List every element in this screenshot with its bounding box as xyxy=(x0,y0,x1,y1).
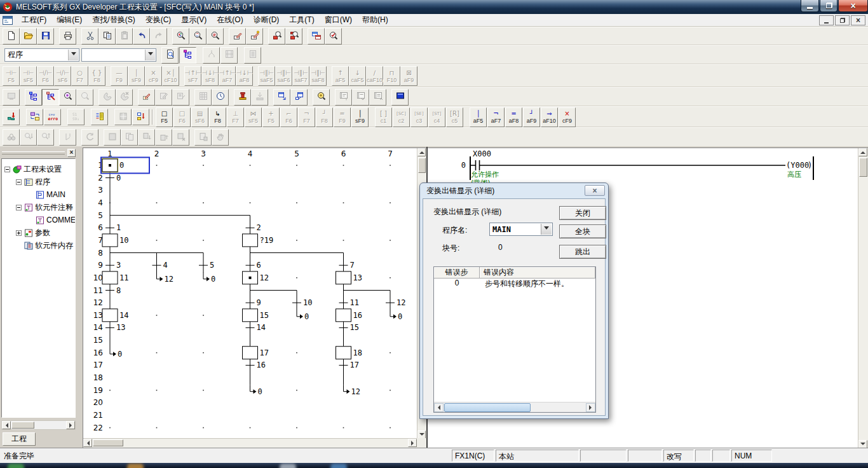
error-step-header[interactable]: 错误步 xyxy=(434,267,480,279)
horizontal-line-button[interactable]: —F9 xyxy=(111,66,128,86)
delete-hline-button[interactable]: ×cF9 xyxy=(145,66,162,86)
register-button[interactable] xyxy=(194,129,212,146)
dialog-close-button[interactable]: × xyxy=(585,185,605,196)
mdi-close-button[interactable]: × xyxy=(851,15,865,25)
scroll-right-button[interactable] xyxy=(408,439,417,447)
sfc-convert-button[interactable] xyxy=(3,109,20,125)
block-delete-button[interactable] xyxy=(155,129,172,146)
restore-button[interactable] xyxy=(820,0,837,12)
parallel-open-button[interactable]: ⊣‖⊢saF5 xyxy=(258,66,275,86)
find-binoculars-button[interactable] xyxy=(3,129,20,146)
sfc-draw-simul-convergence-button[interactable]: ⇒aF10 xyxy=(541,107,558,127)
block-select-button[interactable] xyxy=(104,129,121,146)
comment-display-button[interactable] xyxy=(161,47,179,64)
menu-item-9[interactable]: 窗口(W) xyxy=(320,13,357,27)
closed-contact-button[interactable]: ⊣/⊢F6 xyxy=(37,66,54,86)
block-cut-button[interactable] xyxy=(172,129,189,146)
scroll-thumb[interactable] xyxy=(11,422,34,429)
tree-item-6[interactable]: 参数 xyxy=(2,226,75,239)
sorted-list-button[interactable] xyxy=(244,47,261,64)
sfc-transition-button[interactable]: +F5 xyxy=(262,107,280,127)
stamp-button[interactable] xyxy=(234,89,251,106)
step-number-sort-button[interactable]: S1S9↓ xyxy=(67,109,85,125)
delete-wire-button[interactable]: ⊠aF9 xyxy=(400,66,417,86)
combo-dropdown-button[interactable] xyxy=(541,224,552,235)
jump-out-button[interactable]: 跳出 xyxy=(559,245,606,259)
sfc-se-attribute-button[interactable]: [SE]c3 xyxy=(410,107,428,127)
panel-grip[interactable] xyxy=(2,151,65,155)
project-panel-close-button[interactable]: × xyxy=(67,149,76,157)
sfc-simultaneous-divergence-button[interactable]: ¬F7 xyxy=(298,107,315,127)
monitor-read-mode-button[interactable] xyxy=(285,28,302,45)
undo-button[interactable] xyxy=(133,28,150,45)
scroll-thumb[interactable] xyxy=(444,403,531,412)
find-device-2-button[interactable] xyxy=(59,89,76,106)
mdi-child-icon[interactable] xyxy=(3,16,13,25)
menu-item-3[interactable]: 查找/替换(S) xyxy=(87,13,140,27)
menu-item-4[interactable]: 变换(C) xyxy=(140,13,177,27)
sfc-draw-convergence-button[interactable]: ┘aF9 xyxy=(523,107,540,127)
sfc-draw-simultaneous-button[interactable]: ═aF8 xyxy=(505,107,522,127)
clock-setting-button[interactable] xyxy=(212,89,229,106)
tree-item-5[interactable]: COMMENT xyxy=(2,214,75,226)
replace-button[interactable] xyxy=(81,129,98,146)
block-list-button[interactable] xyxy=(91,109,108,125)
invert-operation-button[interactable]: ∕caF10 xyxy=(366,66,383,86)
scroll-left-button[interactable] xyxy=(83,439,92,447)
sfc-selection-convergence-button[interactable]: ┘F8 xyxy=(316,107,333,127)
tree-item-1[interactable]: 工程未设置 xyxy=(2,163,75,176)
zoom-monitor-button[interactable] xyxy=(313,89,330,106)
scroll-left-button[interactable] xyxy=(434,403,444,412)
paste-button[interactable] xyxy=(116,28,133,45)
ladder-gray-1-button[interactable] xyxy=(155,89,172,106)
project-data-list-button[interactable] xyxy=(25,89,42,106)
block-down-button[interactable] xyxy=(132,109,149,125)
parallel-falling-button[interactable]: ⊣‖⊢saF8 xyxy=(309,66,327,86)
menu-item-2[interactable]: 编辑(E) xyxy=(51,13,87,27)
tree-item-3[interactable]: MAIN xyxy=(2,188,75,201)
error-list-row-1[interactable]: 0步号和转移顺序不一样。 xyxy=(434,279,595,289)
screen-color-button[interactable] xyxy=(391,89,409,106)
sfc-jump-button[interactable]: ↳F8 xyxy=(209,107,226,127)
macro-button[interactable] xyxy=(203,47,220,64)
program-name-combo[interactable]: MAIN xyxy=(489,223,553,236)
open-window-2-button[interactable] xyxy=(290,89,308,106)
minimize-button[interactable] xyxy=(801,0,819,12)
project-panel-header[interactable]: × xyxy=(1,149,76,157)
block-change-button[interactable] xyxy=(26,109,43,125)
new-button[interactable] xyxy=(3,28,20,45)
tree-item-2[interactable]: 程序 xyxy=(2,176,75,188)
conversion-error-button[interactable]: c+verror xyxy=(44,109,61,125)
parallel-rising-button[interactable]: ⊣‖⊢saF7 xyxy=(292,66,309,86)
tree-expander-icon[interactable] xyxy=(16,179,22,185)
scroll-right-button[interactable] xyxy=(586,403,595,412)
ladder-write-button[interactable] xyxy=(138,89,155,106)
window-swap-button[interactable] xyxy=(308,28,325,45)
block-parameter-button[interactable] xyxy=(114,109,132,125)
tree-expander-icon[interactable] xyxy=(16,205,22,210)
menu-item-6[interactable]: 在线(O) xyxy=(212,13,248,27)
invert-result-fall-button[interactable]: ↓caF5 xyxy=(349,66,366,86)
rising-pulse-button[interactable]: ⊣↑⊢sF7 xyxy=(184,66,201,86)
sfc-vertical-line-button[interactable]: │sF9 xyxy=(351,107,369,127)
data-name-combo[interactable] xyxy=(81,48,156,62)
sfc-draw-vline-button[interactable]: │aF5 xyxy=(470,107,487,127)
zoom-check-button[interactable] xyxy=(325,28,342,45)
falling-pulse-close-button[interactable]: ⊣↓⊢aF8 xyxy=(236,66,253,86)
find-instruction-button[interactable] xyxy=(76,89,93,106)
open-window-1-button[interactable] xyxy=(273,89,290,106)
combo-dropdown-icon[interactable] xyxy=(145,50,155,60)
save-button[interactable] xyxy=(37,28,54,45)
scroll-thumb[interactable] xyxy=(93,439,123,446)
mdi-restore-button[interactable] xyxy=(835,15,850,25)
write-mode-button[interactable] xyxy=(229,28,246,45)
mdi-minimize-button[interactable] xyxy=(819,15,834,25)
find-device-button[interactable] xyxy=(189,28,207,45)
scroll-up-button[interactable] xyxy=(858,148,867,156)
scroll-thumb[interactable] xyxy=(859,158,867,177)
redo-button[interactable] xyxy=(150,28,167,45)
dialog-title-bar[interactable]: 变换出错显示 (详细) × xyxy=(420,183,608,198)
tree-expander-icon[interactable] xyxy=(4,167,10,172)
scroll-up-button[interactable] xyxy=(417,148,426,156)
rising-pulse-close-button[interactable]: ⊣↑⊢aF7 xyxy=(219,66,236,86)
